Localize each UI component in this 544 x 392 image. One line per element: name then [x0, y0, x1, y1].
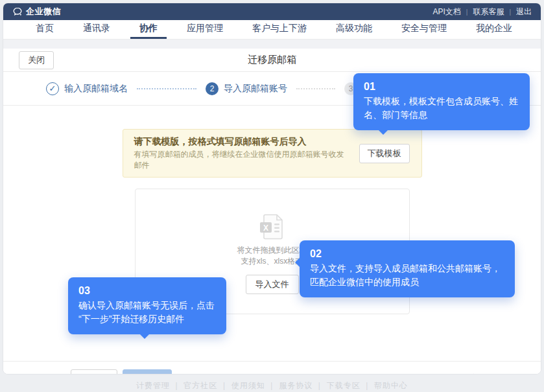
- close-button[interactable]: 关闭: [19, 51, 54, 69]
- logout-link[interactable]: 退出: [516, 6, 532, 17]
- tooltip-arrow-down: [378, 130, 388, 135]
- nav-tab-security[interactable]: 安全与管理: [392, 20, 456, 39]
- separator: |: [430, 373, 432, 375]
- tooltip-02-text: 导入文件，支持导入成员邮箱和公共邮箱账号，匹配企业微信中的使用成员: [310, 262, 504, 289]
- step-2: 2 导入原邮箱账号: [206, 82, 287, 95]
- tooltip-step-01: 01 下载模板，模板文件包含成员账号、姓名、部门等信息: [353, 73, 530, 130]
- main-nav: 首页 通讯录 协作 应用管理 客户与上下游 高级功能 安全与管理 我的企业: [3, 20, 541, 40]
- tooltip-01-number: 01: [364, 80, 519, 94]
- brand: 企业微信: [12, 6, 61, 17]
- download-template-notice: 请下载模版，按格式填写原邮箱账号后导入 有填写原邮箱的成员，将继续在企业微信使用…: [123, 129, 422, 178]
- page-title: 迁移原邮箱: [248, 54, 296, 66]
- separator: |: [509, 8, 511, 16]
- tooltip-03-number: 03: [78, 284, 216, 298]
- help-links: 迁移指引 | 咨询客服: [376, 369, 487, 375]
- wizard-header: 关闭 迁移原邮箱: [3, 49, 541, 72]
- migration-guide-label: 迁移指引: [388, 373, 422, 375]
- tooltip-step-02: 02 导入文件，支持导入成员邮箱和公共邮箱账号，匹配企业微信中的使用成员: [300, 240, 515, 297]
- migration-guide-link[interactable]: 迁移指引: [376, 373, 422, 375]
- topbar-links: API文档 | 联系客服 | 退出: [432, 6, 532, 17]
- dropzone-hint-line1: 将文件拖拽到此区域: [237, 245, 307, 256]
- contact-support-link[interactable]: 联系客服: [473, 6, 504, 17]
- step-1: ✓ 输入原邮箱域名: [46, 82, 128, 95]
- tooltip-02-number: 02: [310, 247, 504, 261]
- tooltip-arrow-down: [139, 334, 150, 339]
- api-docs-link[interactable]: API文档: [432, 6, 460, 17]
- contact-service-link[interactable]: 咨询客服: [440, 373, 487, 375]
- contact-service-label: 咨询客服: [453, 373, 487, 375]
- step-1-label: 输入原邮箱域名: [64, 83, 128, 95]
- background-band: [3, 40, 541, 49]
- import-file-button[interactable]: 导入文件: [246, 275, 299, 294]
- topbar: 企业微信 API文档 | 联系客服 | 退出: [3, 3, 541, 20]
- tooltip-arrow-left: [295, 257, 300, 268]
- tooltip-03-text: 确认导入原邮箱账号无误后，点击“下一步”开始迁移历史邮件: [78, 299, 216, 326]
- next-step-button-disabled[interactable]: 下一步: [123, 369, 172, 375]
- screen: 企业微信 API文档 | 联系客服 | 退出 首页 通讯录 协作 应用管理 客户…: [0, 0, 544, 392]
- footer-links[interactable]: 计费管理 ｜ 官方社区 ｜ 使用须知 ｜ 服务协议 ｜ 下载专区 ｜ 帮助中心: [0, 380, 544, 391]
- nav-tab-home[interactable]: 首页: [27, 20, 63, 39]
- tooltip-01-text: 下载模板，模板文件包含成员账号、姓名、部门等信息: [364, 95, 519, 122]
- nav-tab-contacts[interactable]: 通讯录: [74, 20, 119, 39]
- action-bar: 上一步 下一步 迁移指引 |: [3, 361, 541, 375]
- step-connector: [137, 88, 196, 89]
- step-connector: [296, 88, 335, 89]
- check-icon: ✓: [46, 82, 59, 95]
- guide-doc-icon: [376, 374, 385, 375]
- svg-text:X: X: [263, 224, 268, 233]
- nav-tab-my-company[interactable]: 我的企业: [467, 20, 521, 39]
- tooltip-step-03: 03 确认导入原邮箱账号无误后，点击“下一步”开始迁移历史邮件: [68, 277, 226, 334]
- download-template-button[interactable]: 下载模板: [359, 144, 410, 163]
- separator: |: [466, 8, 468, 16]
- nav-tab-customers[interactable]: 客户与上下游: [243, 20, 316, 39]
- notice-title: 请下载模版，按格式填写原邮箱账号后导入: [134, 135, 350, 148]
- previous-step-button[interactable]: 上一步: [71, 369, 117, 375]
- headset-icon: [440, 374, 450, 375]
- nav-tab-advanced[interactable]: 高级功能: [327, 20, 381, 39]
- brand-label: 企业微信: [26, 6, 61, 17]
- step-2-number: 2: [206, 82, 219, 95]
- nav-tab-collaboration[interactable]: 协作: [130, 20, 167, 39]
- chat-bubble-icon: [12, 6, 23, 17]
- notice-subtitle: 有填写原邮箱的成员，将继续在企业微信使用原邮箱账号收发邮件: [134, 149, 350, 171]
- excel-file-icon: X: [257, 214, 287, 240]
- nav-tab-apps[interactable]: 应用管理: [178, 20, 232, 39]
- step-2-label: 导入原邮箱账号: [224, 83, 287, 95]
